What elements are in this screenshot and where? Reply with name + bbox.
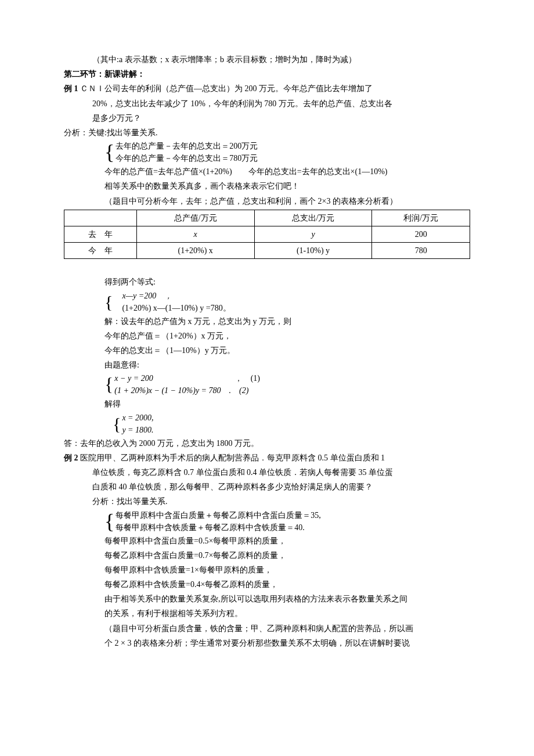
cell: (1-10%) y (254, 243, 372, 259)
cell: (1+20%) x (136, 243, 254, 259)
ex1-sol-b: 今年的总支出＝（1—10%）y 万元。 (64, 343, 470, 358)
ex1-eq-system: { x—y =200 ， (1+20%) x—(1—10%) y =780。 (104, 290, 470, 314)
ex1-brace-system: { 去年的总产量－去年的总支出＝200万元 今年的总产量－今年的总支出＝780万… (104, 140, 470, 164)
ex1-sys1: x − y = 200， (1) (114, 372, 260, 384)
ex1-answer: 答：去年的总收入为 2000 万元，总支出为 1800 万元。 (64, 436, 470, 451)
ex2-brace-system: { 每餐甲原料中含蛋白质量＋每餐乙原料中含蛋白质量＝35, 每餐甲原料中含铁质量… (104, 509, 470, 534)
ex2-brace-b: 每餐甲原料中含铁质量＋每餐乙原料中含铁质量＝40. (116, 521, 321, 534)
ex2-l4: 每餐乙原料中含铁质量=0.4×每餐乙原料的质量， (64, 577, 470, 592)
cell: 200 (372, 226, 470, 242)
ex1-sys2: (1 + 20%)x − (1 − 10%)y = 780 . (2) (114, 384, 260, 397)
cell: y (254, 226, 372, 242)
left-brace-icon: { (104, 375, 113, 394)
ex1-brace-b: 今年的总产量－今年的总支出＝780万元 (116, 152, 258, 164)
ex1-solve: 解得 (64, 397, 470, 411)
example-1: 例 1 ＣＮＩ公司去年的利润（总产值—总支出）为 200 万元。今年总产值比去年… (64, 81, 470, 96)
left-brace-icon: { (104, 293, 113, 311)
table-row: 去 年 x y 200 (64, 226, 470, 242)
cell: 去 年 (64, 226, 137, 242)
ex1-label: 例 1 (64, 84, 78, 93)
cell: x (136, 226, 254, 242)
ex2-l5: 由于相等关系中的数量关系复杂,所以可以选取用列表格的方法来表示各数量关系之间 (64, 592, 470, 606)
th-output: 总产值/万元 (136, 210, 254, 226)
ex1-res2: y = 1800. (122, 424, 153, 436)
ex1-q3: 是多少万元？ (64, 111, 470, 125)
ex1-rel2: 相等关系中的数量关系真多，画个表格来表示它们吧！ (64, 179, 470, 193)
th-profit: 利润/万元 (372, 210, 470, 226)
th-expense: 总支出/万元 (254, 210, 372, 226)
ex1-sol-a: 今年的总产值＝（1+20%）x 万元， (64, 329, 470, 343)
section-header: 第二环节：新课讲解： (64, 67, 470, 81)
ex2-analysis: 分析：找出等量关系. (64, 494, 470, 509)
ex2-l7: （题目中可分析蛋白质含量，铁的含量；甲、乙两种原料和病人配置的营养品，所以画 (64, 621, 470, 636)
ex1-q2: 20%，总支出比去年减少了 10%，今年的利润为 780 万元。去年的总产值、总… (64, 96, 470, 111)
ex1-table: 总产值/万元 总支出/万元 利润/万元 去 年 x y 200 今 年 (1+2… (64, 210, 470, 260)
ex2-l3: 每餐甲原料中含铁质量=1×每餐甲原料的质量， (64, 563, 470, 577)
ex2-q2: 单位铁质，每克乙原料含 0.7 单位蛋白质和 0.4 单位铁质．若病人每餐需要 … (64, 465, 470, 480)
ex1-analysis: 分析：关键:找出等量关系. (64, 125, 470, 140)
ex1-rel3: （题目中可分析今年，去年；总产值，总支出和利润，画个 2×3 的表格来分析看） (64, 194, 470, 208)
cell: 今 年 (64, 243, 137, 259)
left-brace-icon: { (113, 415, 121, 433)
ex2-q3: 白质和 40 单位铁质，那么每餐甲、乙两种原料各多少克恰好满足病人的需要？ (64, 480, 470, 494)
ex1-q1: ＣＮＩ公司去年的利润（总产值—总支出）为 200 万元。今年总产值比去年增加了 (80, 84, 373, 93)
ex1-res1: x = 2000, (122, 412, 153, 424)
table-row: 总产值/万元 总支出/万元 利润/万元 (64, 210, 470, 226)
th-blank (64, 210, 137, 226)
ex2-label: 例 2 (64, 453, 78, 462)
ex2-l2: 每餐乙原料中含蛋白质量=0.7×每餐乙原料的质量， (64, 548, 470, 563)
ex2-l6: 的关系，有利于根据相等关系列方程。 (64, 606, 470, 621)
ex2-q1: 医院用甲、乙两种原料为手术后的病人配制营养品．每克甲原料含 0.5 单位蛋白质和… (80, 453, 385, 462)
ex2-brace-a: 每餐甲原料中含蛋白质量＋每餐乙原料中含蛋白质量＝35, (116, 509, 321, 521)
left-brace-icon: { (104, 511, 114, 532)
example-2: 例 2 医院用甲、乙两种原料为手术后的病人配制营养品．每克甲原料含 0.5 单位… (64, 451, 470, 465)
ex2-l1: 每餐甲原料中含蛋白质量=0.5×每餐甲原料的质量， (64, 534, 470, 548)
ex1-result: { x = 2000, y = 1800. (113, 412, 470, 436)
intro-note: （其中:a 表示基数；x 表示增降率；b 表示目标数；增时为加，降时为减） (64, 52, 470, 67)
ex1-eq1: x—y =200 ， (114, 290, 230, 302)
ex1-eq2: (1+20%) x—(1—10%) y =780。 (114, 302, 230, 314)
ex1-sol-c: 由题意得: (64, 358, 470, 372)
cell: 780 (372, 243, 470, 259)
left-brace-icon: { (104, 142, 114, 163)
ex2-l8: 个 2 × 3 的表格来分析；学生通常对要分析那些数量关系不太明确，所以在讲解时… (64, 636, 470, 650)
ex1-sys: { x − y = 200， (1) (1 + 20%)x − (1 − 10%… (104, 372, 470, 397)
ex1-solset: 解：设去年的总产值为 x 万元，总支出为 y 万元，则 (64, 314, 470, 329)
ex1-deduce: 得到两个等式: (64, 275, 470, 289)
ex1-brace-a: 去年的总产量－去年的总支出＝200万元 (116, 140, 258, 152)
table-row: 今 年 (1+20%) x (1-10%) y 780 (64, 243, 470, 259)
ex1-rel1: 今年的总产值=去年总产值×(1+20%) 今年的总支出=去年的总支出×(1—10… (64, 164, 470, 179)
